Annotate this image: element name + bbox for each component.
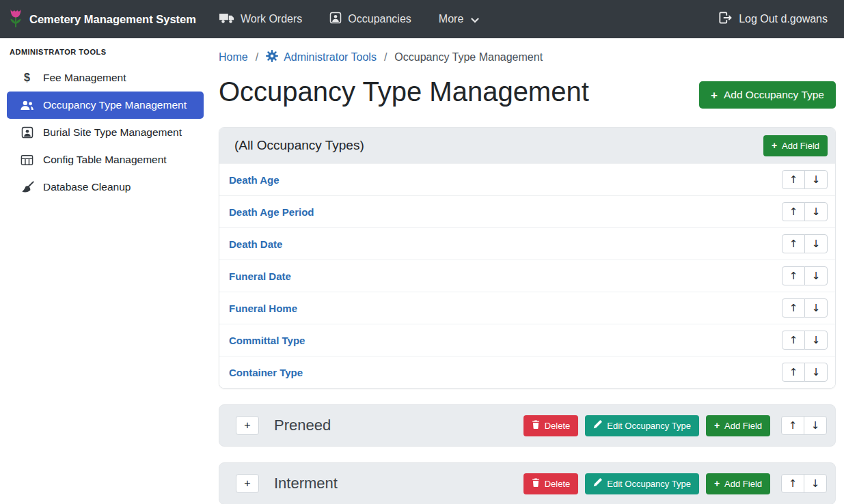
add-occupancy-type-button[interactable]: + Add Occupancy Type [699,81,836,109]
move-up-button[interactable]: ↑ [781,474,804,493]
nav-item-work-orders[interactable]: Work Orders [219,12,302,27]
trash-icon [532,478,540,489]
add-field-button[interactable]: + Add Field [706,473,770,494]
reorder-buttons: ↑ ↓ [782,331,828,350]
button-label: Edit Occupancy Type [607,421,691,431]
edit-occupancy-type-button[interactable]: Edit Occupancy Type [585,473,699,494]
panel-header: (All Occupancy Types) + Add Field [219,128,835,163]
button-label: Delete [545,479,571,489]
field-link-funeral-home[interactable]: Funeral Home [229,303,297,314]
sidebar-item-database-cleanup[interactable]: Database Cleanup [7,173,204,201]
top-navbar: Cemetery Management System Work Orders [0,0,844,38]
field-row: Container Type ↑ ↓ [219,356,835,388]
move-up-button[interactable]: ↑ [781,416,804,435]
breadcrumb-label: Administrator Tools [284,51,377,64]
field-row: Committal Type ↑ ↓ [219,324,835,356]
move-up-button[interactable]: ↑ [782,266,805,285]
panel-title: (All Occupancy Types) [234,138,364,153]
add-field-button[interactable]: + Add Field [706,415,770,436]
move-up-button[interactable]: ↑ [782,234,805,253]
plus-icon: + [711,89,718,101]
move-up-button[interactable]: ↑ [782,363,805,382]
app-brand[interactable]: Cemetery Management System [8,8,196,31]
breadcrumb-label: Home [219,51,248,64]
expand-button[interactable]: + [236,474,259,493]
table-icon [20,154,34,166]
reorder-buttons: ↑ ↓ [782,266,828,285]
sidebar-item-label: Occupancy Type Management [43,99,187,111]
logout-label: Log Out d.gowans [739,13,828,25]
move-down-button[interactable]: ↓ [804,474,827,493]
truck-icon [219,12,234,27]
dollar-icon: $ [20,72,34,84]
breadcrumb-current: Occupancy Type Management [394,51,543,64]
sidebar-header: ADMINISTRATOR TOOLS [0,46,210,64]
field-row: Funeral Date ↑ ↓ [219,260,835,292]
field-row: Funeral Home ↑ ↓ [219,292,835,324]
add-field-button[interactable]: + Add Field [763,135,828,156]
breadcrumb-home[interactable]: Home [219,51,248,64]
move-up-button[interactable]: ↑ [782,170,805,189]
sidebar-item-config-table-management[interactable]: Config Table Management [7,146,204,173]
panel-actions: Delete Edit Occupancy Type + Add Field ↑ [523,415,827,436]
nav-item-more[interactable]: More [439,12,479,26]
move-down-button[interactable]: ↓ [804,416,827,435]
sidebar-item-occupancy-type-management[interactable]: Occupancy Type Management [7,92,204,119]
occupancy-type-panel-interment: + Interment Delete [219,462,836,504]
all-occupancy-types-panel: (All Occupancy Types) + Add Field Death … [219,127,836,389]
move-down-button[interactable]: ↓ [804,234,828,253]
sidebar-item-burial-site-type-management[interactable]: Burial Site Type Management [7,119,204,146]
trash-icon [532,420,540,431]
delete-button[interactable]: Delete [523,415,579,436]
button-label: Add Field [782,141,819,151]
logout-button[interactable]: Log Out d.gowans [718,12,828,27]
app-title: Cemetery Management System [29,13,196,26]
sidebar-item-label: Burial Site Type Management [43,126,182,139]
button-label: Edit Occupancy Type [607,479,691,489]
field-link-death-date[interactable]: Death Date [229,238,282,250]
field-link-funeral-date[interactable]: Funeral Date [229,270,291,282]
move-up-button[interactable]: ↑ [782,298,805,318]
field-link-committal-type[interactable]: Committal Type [229,335,305,346]
sidebar: ADMINISTRATOR TOOLS $ Fee Management Occ… [0,38,210,504]
users-icon [20,100,34,111]
occupancy-type-title: Interment [274,475,523,492]
move-down-button[interactable]: ↓ [804,266,828,285]
field-link-death-age-period[interactable]: Death Age Period [229,206,314,218]
move-down-button[interactable]: ↓ [804,202,828,221]
sidebar-item-label: Fee Management [43,72,126,84]
person-box-icon [20,126,34,139]
breadcrumb-separator: / [256,51,258,64]
move-up-button[interactable]: ↑ [782,331,805,350]
tulip-icon [8,8,23,31]
edit-occupancy-type-button[interactable]: Edit Occupancy Type [585,415,699,436]
move-down-button[interactable]: ↓ [804,363,828,382]
breadcrumb-administrator-tools[interactable]: Administrator Tools [266,50,377,65]
field-row: Death Age Period ↑ ↓ [219,195,835,227]
sidebar-item-fee-management[interactable]: $ Fee Management [7,64,204,92]
move-down-button[interactable]: ↓ [804,170,828,189]
expand-button[interactable]: + [236,416,259,435]
reorder-buttons: ↑ ↓ [781,416,827,435]
field-link-container-type[interactable]: Container Type [229,367,303,378]
move-down-button[interactable]: ↓ [804,298,828,318]
reorder-buttons: ↑ ↓ [782,363,828,382]
sidebar-item-label: Database Cleanup [43,181,131,193]
broom-icon [20,181,34,194]
nav-item-occupancies[interactable]: Occupancies [329,12,411,27]
occupancy-type-panel-preneed: + Preneed Delete [219,404,836,447]
gear-icon [266,50,278,65]
nav-item-label: More [439,13,463,25]
delete-button[interactable]: Delete [523,473,579,494]
pencil-icon [593,478,602,489]
chevron-down-icon [471,14,479,26]
move-up-button[interactable]: ↑ [782,202,805,221]
move-down-button[interactable]: ↓ [804,331,828,350]
field-row: Death Age ↑ ↓ [219,163,835,195]
plus-icon: + [714,479,720,488]
field-link-death-age[interactable]: Death Age [229,174,280,186]
page-title: Occupancy Type Management [219,76,589,107]
plus-icon: + [772,141,777,150]
pencil-icon [593,420,602,431]
nav-links: Work Orders Occupancies More [219,12,479,27]
